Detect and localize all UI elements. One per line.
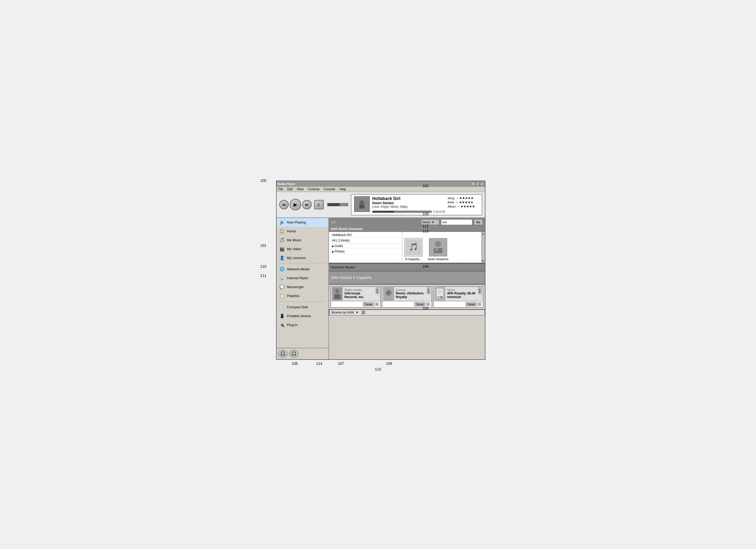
- menu-controls[interactable]: Controls: [308, 187, 320, 191]
- bottom-btn-2[interactable]: 🎧: [289, 350, 299, 358]
- artist-rating-row: Artist ○ ★★★★★: [448, 200, 479, 204]
- network-media-section: Network Media: [329, 263, 485, 271]
- sidebar-item-internet-radio[interactable]: 📡 Internet Radio: [277, 274, 328, 283]
- volume-slider[interactable]: [327, 203, 348, 206]
- browse-icon: ▼: [356, 311, 359, 314]
- sidebar-label-now-playing: Now Playing: [287, 220, 306, 224]
- sidebar-label-messenger: Messenger: [287, 285, 304, 289]
- song-rating-radio[interactable]: ○: [456, 197, 458, 200]
- menu-view[interactable]: View: [297, 187, 304, 191]
- sidebar-label-my-licenses: My Licenses: [287, 256, 306, 260]
- lic-scroll-up[interactable]: ▲: [427, 288, 430, 291]
- sidebar-item-my-video[interactable]: 🎬 My Video: [277, 245, 328, 254]
- terms-card-footer: Detail ⊡: [434, 301, 483, 307]
- close-button[interactable]: ×: [480, 182, 484, 186]
- terms-card-text: Terms 40% Royalty; $0.40 minimum: [446, 287, 477, 300]
- file-item-all-kinds[interactable]: All ( 2 Kinds): [329, 238, 402, 243]
- volume-button[interactable]: 🔊: [314, 200, 324, 209]
- search-input[interactable]: [441, 219, 472, 225]
- scroll-up-icon[interactable]: ▲: [482, 232, 484, 235]
- filter-bar-ref: 103: [331, 220, 336, 224]
- menu-help[interactable]: Help: [339, 187, 346, 191]
- sidebar-item-network-media[interactable]: 🌐 Network Media: [277, 265, 328, 274]
- menu-console[interactable]: Console: [324, 187, 335, 191]
- rating-box: Song ○ ★★★★★ Artist ○ ★★★★★ Album ○ ★★★★…: [448, 196, 479, 209]
- sidebar-item-now-playing[interactable]: 🔊 Now Playing: [277, 218, 328, 227]
- thumb-gwen-headshot[interactable]: Gwen Headshot: [428, 238, 449, 261]
- rights-holder-detail-button[interactable]: Detail: [363, 302, 374, 306]
- annotation-104: 104: [423, 264, 429, 268]
- playlists-icon: 📋: [279, 293, 285, 299]
- album-stars[interactable]: ★★★★★: [461, 205, 475, 208]
- license-card-value: Remix; Attribution; Royalty: [396, 292, 425, 299]
- terms-card-title: Terms: [447, 288, 476, 292]
- now-playing-bar: ⏮ ▶ ⏭ 🔊 Hollaback Girl Gwen Ste: [277, 192, 485, 218]
- sidebar-item-portable-device[interactable]: 📱 Portable Device: [277, 312, 328, 321]
- dna-remix-label: DNA Remix Elements: [331, 227, 363, 231]
- thumb-img-gwen: [429, 238, 447, 256]
- browse-scroll-icon[interactable]: ⊡: [361, 311, 365, 314]
- annotation-114: 114: [316, 361, 322, 366]
- scroll-down-icon[interactable]: ▼: [482, 260, 484, 262]
- progress-bar-container: 1:31/4:36: [372, 210, 445, 213]
- lic-scroll-down[interactable]: ▼: [427, 291, 430, 293]
- rights-holder-detail-icon: ⊡: [375, 302, 379, 306]
- sidebar-label-network-media: Network Media: [287, 267, 310, 271]
- rights-holder-value: Interscope Records, Inc.: [345, 292, 373, 299]
- rh-scroll-down[interactable]: ▼: [376, 291, 378, 293]
- artist-rating-label: Artist: [448, 201, 454, 204]
- sidebar-item-compact-disk[interactable]: 💿 Compact Disk: [277, 303, 328, 312]
- license-detail-button[interactable]: Detail: [414, 302, 425, 306]
- sidebar-label-home: Home: [287, 229, 296, 233]
- menu-bar: File Edit View Controls Console Help: [277, 187, 485, 192]
- terms-scroll-up[interactable]: ▲: [479, 288, 481, 291]
- thumb-acappella[interactable]: 🎵 A Cappella...: [404, 238, 423, 261]
- prev-button[interactable]: ⏮: [279, 200, 289, 209]
- sidebar-item-plug-in[interactable]: 🔌 Plug-in: [277, 321, 328, 329]
- svg-point-10: [335, 289, 339, 294]
- sidebar-item-home[interactable]: 🏠 Home: [277, 227, 328, 236]
- annotation-112: 112: [423, 224, 429, 228]
- dna-artist-panel: DNA Stefani A Cappella: [329, 271, 485, 284]
- terms-scroll-down[interactable]: ▼: [479, 291, 481, 293]
- rights-holder-text: Rights Holder Interscope Records, Inc.: [344, 287, 374, 300]
- sidebar-item-my-music[interactable]: 🎵 My Music: [277, 236, 328, 245]
- sidebar-item-my-licenses[interactable]: 👤 My Licenses: [277, 254, 328, 262]
- file-item-hollaback[interactable]: Hollaback Girl: [329, 232, 402, 238]
- song-stars[interactable]: ★★★★★: [459, 196, 474, 200]
- portable-device-icon: 📱: [279, 313, 285, 319]
- artist-stars[interactable]: ★★★★★: [459, 200, 473, 204]
- go-button[interactable]: Go: [474, 219, 483, 225]
- rights-holder-card: Rights Holder Interscope Records, Inc. ▲…: [331, 286, 381, 308]
- messenger-icon: 💬: [279, 284, 285, 290]
- track-album: Love. Angel. Music. Baby.: [372, 205, 445, 209]
- play-button[interactable]: ▶: [290, 199, 301, 210]
- menu-file[interactable]: File: [278, 187, 283, 191]
- artist-rating-radio[interactable]: ○: [456, 201, 458, 204]
- file-item-audio[interactable]: Audio: [329, 243, 402, 249]
- bottom-btn-1[interactable]: 🎧: [278, 350, 288, 358]
- rh-scroll-up[interactable]: ▲: [376, 288, 378, 291]
- maximize-button[interactable]: □: [476, 182, 479, 186]
- license-card-text: License Remix; Attribution; Royalty: [395, 287, 426, 300]
- terms-scrollbar[interactable]: ▲ ▼: [478, 287, 482, 294]
- sidebar-item-messenger[interactable]: 💬 Messenger: [277, 283, 328, 292]
- sidebar-label-compact-disk: Compact Disk: [287, 305, 308, 309]
- album-rating-radio[interactable]: ○: [458, 205, 460, 208]
- menu-edit[interactable]: Edit: [287, 187, 293, 191]
- filter-bar: 103 Genre ▼ Go: [329, 218, 485, 226]
- annotation-100: 100: [260, 178, 266, 183]
- rights-holder-footer: Detail ⊡: [331, 301, 380, 307]
- panel-scrollbar[interactable]: ▲ ▼: [481, 232, 485, 263]
- sidebar-label-playlists: Playlists: [287, 294, 300, 298]
- content-area: 103 Genre ▼ Go DNA Remix Elements: [329, 218, 485, 359]
- file-item-photos[interactable]: Photos: [329, 249, 402, 254]
- sidebar-label-my-video: My Video: [287, 247, 301, 251]
- album-rating-label: Album: [448, 205, 456, 208]
- license-scrollbar[interactable]: ▲ ▼: [427, 287, 430, 294]
- minimize-button[interactable]: _: [471, 182, 475, 186]
- terms-detail-button[interactable]: Detail: [466, 302, 477, 306]
- next-button[interactable]: ⏭: [302, 200, 312, 209]
- rights-holder-scrollbar[interactable]: ▲ ▼: [376, 287, 379, 294]
- sidebar-item-playlists[interactable]: 📋 Playlists: [277, 292, 328, 300]
